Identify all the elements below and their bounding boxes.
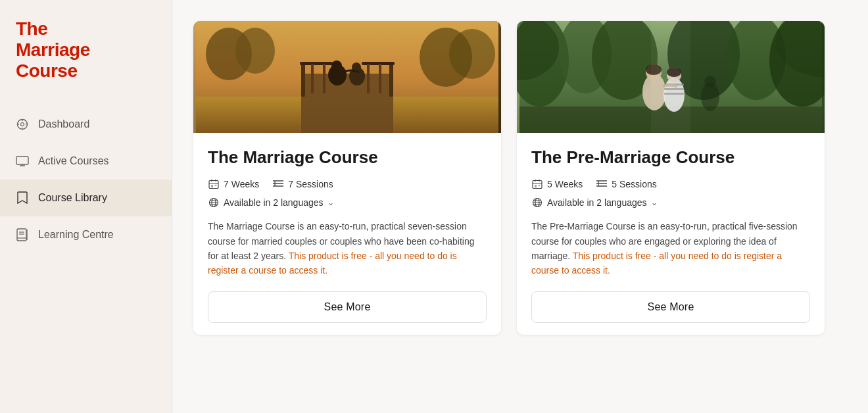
monitor-icon — [16, 155, 29, 168]
svg-point-1 — [21, 122, 24, 126]
course-card-marriage-title: The Marriage Course — [208, 147, 487, 168]
svg-point-16 — [235, 28, 275, 74]
chevron-down-icon: ⌄ — [327, 198, 334, 207]
sidebar-item-learning-centre[interactable]: Learning Centre — [0, 216, 172, 253]
globe-icon-2 — [531, 197, 543, 208]
calendar-icon-2 — [531, 178, 543, 190]
pre-marriage-sessions: 5 Sessions — [596, 178, 656, 190]
main-content: The Marriage Course — [172, 0, 868, 413]
svg-point-31 — [331, 61, 342, 71]
chevron-down-icon-2: ⌄ — [651, 198, 658, 207]
globe-icon — [208, 197, 220, 208]
course-card-pre-marriage: The Pre-Marriage Course — [517, 21, 825, 335]
pre-marriage-see-more-button[interactable]: See More — [531, 291, 810, 323]
marriage-description: The Marriage Course is an easy-to-run, p… — [208, 219, 487, 278]
sidebar-item-course-library-label: Course Library — [38, 192, 107, 204]
pre-marriage-languages: Available in 2 languages ⌄ — [531, 197, 810, 208]
course-card-marriage-body: The Marriage Course — [193, 133, 501, 291]
course-card-pre-marriage-image — [517, 21, 825, 133]
svg-rect-33 — [209, 181, 218, 189]
svg-rect-25 — [311, 64, 314, 93]
svg-rect-28 — [379, 64, 381, 93]
marriage-card-footer: See More — [193, 291, 501, 335]
svg-rect-70 — [651, 21, 690, 133]
svg-rect-21 — [301, 64, 305, 97]
course-card-marriage-meta: 7 Weeks 7 Sessions — [208, 178, 487, 190]
pre-marriage-weeks: 5 Weeks — [531, 178, 583, 190]
logo: The Marriage Course — [0, 18, 172, 106]
marriage-languages: Available in 2 languages ⌄ — [208, 197, 487, 208]
bookmark-icon — [16, 191, 29, 205]
marriage-weeks: 7 Weeks — [208, 178, 259, 190]
dashboard-icon — [16, 118, 29, 131]
svg-rect-24 — [362, 62, 395, 65]
svg-rect-23 — [300, 62, 333, 65]
sidebar: The Marriage Course Dashboard — [0, 0, 172, 413]
sidebar-item-active-courses[interactable]: Active Courses — [0, 143, 172, 180]
sidebar-item-dashboard-label: Dashboard — [38, 118, 89, 130]
course-card-pre-marriage-title: The Pre-Marriage Course — [531, 147, 810, 168]
marriage-see-more-button[interactable]: See More — [208, 291, 487, 323]
sessions-icon — [272, 178, 284, 190]
svg-rect-71 — [533, 181, 542, 189]
course-card-marriage-image — [193, 21, 501, 133]
svg-point-18 — [449, 29, 495, 79]
course-card-pre-marriage-meta: 5 Weeks 5 Sessions — [531, 178, 810, 190]
marriage-sessions: 7 Sessions — [272, 178, 333, 190]
svg-rect-9 — [17, 229, 26, 241]
pre-marriage-card-footer: See More — [517, 291, 825, 335]
logo-text: The Marriage Course — [16, 18, 156, 82]
nav-menu: Dashboard Active Courses Course Library — [0, 106, 172, 253]
course-card-marriage: The Marriage Course — [193, 21, 501, 335]
sidebar-item-active-courses-label: Active Courses — [38, 155, 109, 167]
svg-rect-6 — [16, 157, 28, 164]
svg-rect-26 — [323, 64, 326, 93]
sessions-icon-2 — [596, 178, 608, 190]
svg-rect-27 — [367, 64, 370, 93]
sidebar-item-course-library[interactable]: Course Library — [0, 180, 172, 216]
calendar-icon — [208, 178, 220, 190]
sidebar-item-learning-centre-label: Learning Centre — [38, 229, 114, 241]
svg-point-67 — [704, 76, 716, 87]
pre-marriage-description: The Pre-Marriage Course is an easy-to-ru… — [531, 219, 810, 278]
course-cards-grid: The Marriage Course — [193, 21, 825, 335]
sidebar-item-dashboard[interactable]: Dashboard — [0, 106, 172, 143]
course-card-pre-marriage-body: The Pre-Marriage Course — [517, 133, 825, 291]
svg-rect-22 — [389, 64, 393, 97]
book-icon — [16, 228, 29, 241]
